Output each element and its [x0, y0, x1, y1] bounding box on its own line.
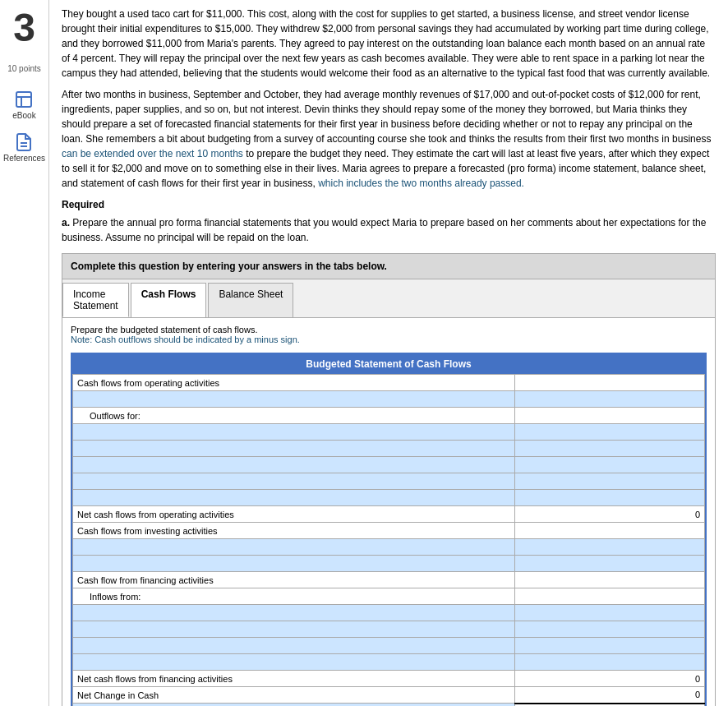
references-label: References: [3, 154, 45, 163]
cf-table-title: Budgeted Statement of Cash Flows: [72, 354, 705, 374]
ebook-icon-group[interactable]: eBook: [12, 90, 35, 120]
cf-input[interactable]: [77, 395, 510, 404]
row-input-label[interactable]: [73, 391, 515, 408]
cf-input[interactable]: [77, 477, 510, 487]
required-label: Required: [62, 199, 716, 210]
row-input-value[interactable]: [515, 490, 705, 506]
row-input-value[interactable]: [515, 638, 705, 654]
row-input-label[interactable]: [73, 441, 515, 457]
content-title: Prepare the budgeted statement of cash f…: [71, 325, 707, 335]
row-input-label[interactable]: [73, 539, 515, 556]
cf-input[interactable]: [77, 625, 510, 634]
table-row[interactable]: [73, 490, 705, 506]
cf-input[interactable]: [519, 625, 700, 634]
table-row: Inflows from:: [73, 588, 705, 605]
row-input-value[interactable]: [515, 441, 705, 457]
cf-input[interactable]: [519, 395, 700, 404]
row-input-label[interactable]: [73, 654, 515, 671]
row-input-value[interactable]: [515, 457, 705, 473]
row-value: [515, 408, 705, 424]
table-row[interactable]: [73, 654, 705, 671]
row-input-label[interactable]: [73, 605, 515, 621]
row-input-label[interactable]: [73, 621, 515, 638]
cf-input[interactable]: [77, 444, 510, 454]
cf-input[interactable]: [519, 444, 700, 454]
cf-input[interactable]: [77, 460, 510, 470]
dollar-total-cell: $ 0: [515, 704, 705, 707]
table-row[interactable]: [73, 539, 705, 556]
cf-input[interactable]: [519, 658, 700, 667]
table-row[interactable]: [73, 638, 705, 654]
cf-input[interactable]: [519, 477, 700, 487]
cf-input[interactable]: [77, 641, 510, 651]
row-input-value[interactable]: [515, 605, 705, 621]
row-input-label[interactable]: [73, 457, 515, 473]
table-row[interactable]: [73, 621, 705, 638]
net-operating-value: 0: [515, 506, 705, 523]
cf-input[interactable]: [519, 608, 700, 618]
svg-rect-0: [16, 92, 31, 107]
row-input-value[interactable]: [515, 539, 705, 556]
table-row[interactable]: [73, 605, 705, 621]
row-input-value[interactable]: [515, 621, 705, 638]
row-input-value[interactable]: [515, 556, 705, 572]
row-input-value[interactable]: [515, 391, 705, 408]
cf-input[interactable]: [519, 460, 700, 470]
content-note: Note: Cash outflows should be indicated …: [71, 335, 707, 344]
table-row[interactable]: [73, 391, 705, 408]
row-input-label[interactable]: [73, 704, 515, 707]
cash-flow-table-wrapper: Budgeted Statement of Cash Flows Cash fl…: [71, 353, 707, 706]
row-input-label[interactable]: [73, 424, 515, 441]
paragraph2: After two months in business, September …: [62, 87, 716, 191]
cf-input[interactable]: [77, 493, 510, 503]
cf-input[interactable]: [77, 542, 510, 552]
tab-cash-flows[interactable]: Cash Flows: [131, 283, 207, 317]
cf-input[interactable]: [77, 559, 510, 569]
references-icon-group[interactable]: References: [3, 132, 45, 163]
row-input-value[interactable]: [515, 473, 705, 490]
cf-input[interactable]: [519, 641, 700, 651]
net-financing-row: Net cash flows from financing activities…: [73, 671, 705, 687]
row-input-value[interactable]: [515, 424, 705, 441]
row-input-label[interactable]: [73, 490, 515, 506]
row-input-label[interactable]: [73, 556, 515, 572]
references-icon: [14, 132, 34, 152]
cf-input[interactable]: [77, 427, 510, 437]
table-row[interactable]: [73, 424, 705, 441]
row-value: [515, 375, 705, 391]
net-change-cash-value: 0: [515, 687, 705, 704]
table-row[interactable]: [73, 441, 705, 457]
row-value: [515, 572, 705, 588]
tab-container: Complete this question by entering your …: [62, 253, 716, 706]
cf-table: Cash flows from operating activities Out…: [72, 374, 705, 706]
cf-input[interactable]: [519, 493, 700, 503]
main-content: They bought a used taco cart for $11,000…: [49, 0, 728, 706]
points-label: 10 points: [7, 64, 41, 73]
tab-income-statement[interactable]: IncomeStatement: [62, 283, 129, 317]
row-input-label[interactable]: [73, 473, 515, 490]
table-row[interactable]: [73, 556, 705, 572]
cf-input[interactable]: [77, 608, 510, 618]
ebook-label: eBook: [12, 111, 35, 120]
sidebar: 3 10 points eBook References: [0, 0, 49, 706]
table-row: Cash flows from operating activities: [73, 375, 705, 391]
net-financing-value: 0: [515, 671, 705, 687]
net-operating-label: Net cash flows from operating activities: [73, 506, 515, 523]
table-row: Cash flows from investing activities: [73, 523, 705, 539]
table-row[interactable]: [73, 473, 705, 490]
ebook-icon: [14, 90, 34, 109]
cf-input[interactable]: [519, 559, 700, 569]
cf-input[interactable]: [77, 658, 510, 667]
table-row[interactable]: $ 0: [73, 704, 705, 707]
row-input-value[interactable]: [515, 654, 705, 671]
sidebar-icons: eBook References: [3, 90, 45, 163]
row-label: Cash flow from financing activities: [73, 572, 515, 588]
net-change-cash-label: Net Change in Cash: [73, 687, 515, 704]
table-row[interactable]: [73, 457, 705, 473]
cf-input[interactable]: [519, 427, 700, 437]
cf-input[interactable]: [519, 542, 700, 552]
row-input-label[interactable]: [73, 638, 515, 654]
net-financing-label: Net cash flows from financing activities: [73, 671, 515, 687]
tab-balance-sheet[interactable]: Balance Sheet: [208, 283, 293, 317]
net-operating-row: Net cash flows from operating activities…: [73, 506, 705, 523]
